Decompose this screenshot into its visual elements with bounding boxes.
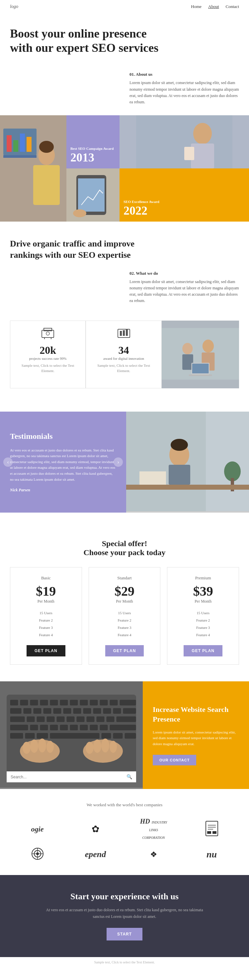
cta-section: Start your experience with us At vero eo… (0, 875, 249, 957)
search-right-content: Increase Website Search Presence Lorem i… (143, 681, 249, 789)
svg-point-24 (46, 332, 49, 335)
svg-rect-101 (101, 733, 111, 739)
our-contact-button[interactable]: OUR CONTACT (153, 755, 196, 765)
svg-rect-88 (30, 724, 38, 730)
hero-heading: Boost your online presence with our expe… (10, 27, 176, 55)
plan-basic-btn[interactable]: GET PLAN (27, 645, 65, 656)
what-we-do-label: 02. What we do (130, 271, 239, 276)
plan-basic-price: $19 (16, 583, 76, 599)
svg-rect-69 (63, 708, 71, 714)
plan-basic-period: Per Month (16, 599, 76, 604)
plan-standart-features: 15 UsersFeature 2Feature 3Feature 4 (94, 609, 155, 638)
svg-rect-76 (10, 716, 25, 722)
svg-rect-19 (42, 330, 54, 337)
svg-rect-28 (126, 329, 128, 336)
testimonial-prev-button[interactable]: ‹ (3, 457, 13, 467)
what-we-do-paragraph: Lorem ipsum dolor sit amet, consectetur … (130, 279, 239, 304)
svg-rect-48 (169, 465, 190, 485)
svg-rect-96 (109, 724, 136, 730)
grid-award2: SEO Excellence Award 2022 (119, 169, 249, 221)
svg-rect-94 (90, 724, 98, 730)
partners-label: We worked with the world's best companie… (10, 802, 239, 808)
svg-rect-37 (189, 375, 212, 376)
pricing-section: Special offer! Choose your pack today Ba… (0, 523, 249, 681)
svg-rect-71 (83, 708, 91, 714)
partner-logo-hd: HD INDUSTRYLINKSCORPORATION (140, 818, 167, 840)
search-bar-overlay: 🔍 (6, 772, 136, 782)
svg-rect-119 (213, 831, 216, 834)
partner-logo-epend: epend (85, 850, 106, 859)
svg-rect-72 (93, 708, 101, 714)
nav-links: Home About Contact (191, 4, 239, 9)
svg-point-49 (174, 454, 182, 459)
start-button[interactable]: START (106, 928, 143, 940)
svg-point-113 (109, 741, 117, 753)
svg-rect-66 (33, 708, 41, 714)
partner-logo-circle (31, 847, 44, 862)
svg-rect-61 (100, 700, 108, 706)
svg-rect-84 (96, 716, 105, 722)
logo: logo (10, 4, 18, 9)
svg-rect-65 (23, 708, 32, 714)
svg-rect-58 (70, 700, 78, 706)
plan-standart-period: Per Month (94, 599, 155, 604)
svg-rect-17 (78, 178, 105, 212)
stat-team-photo (162, 321, 239, 388)
svg-rect-87 (10, 724, 28, 730)
svg-rect-44 (140, 471, 166, 485)
pricing-heading: Special offer! Choose your pack today (10, 539, 239, 557)
svg-rect-13 (191, 143, 214, 169)
svg-rect-5 (20, 134, 25, 152)
svg-rect-91 (60, 724, 68, 730)
testimonial-author: Nick Parsen (10, 488, 116, 493)
svg-rect-53 (20, 700, 28, 706)
search-input[interactable] (11, 775, 127, 780)
svg-rect-57 (60, 700, 68, 706)
svg-rect-118 (207, 831, 211, 834)
traffic-heading: Drive organic traffic and improve rankin… (10, 238, 149, 261)
svg-point-12 (193, 123, 212, 144)
svg-point-18 (73, 209, 86, 217)
search-left-photo: 🔍 (0, 681, 143, 789)
svg-rect-2 (3, 155, 36, 158)
svg-rect-74 (113, 708, 121, 714)
svg-rect-27 (123, 330, 125, 336)
testimonial-next-button[interactable]: › (114, 457, 123, 467)
svg-point-10 (39, 141, 54, 153)
svg-rect-92 (70, 724, 78, 730)
nav-contact[interactable]: Contact (226, 4, 239, 9)
stat2-number: 34 (91, 344, 156, 356)
svg-rect-75 (123, 708, 136, 714)
svg-rect-80 (56, 716, 65, 722)
svg-rect-82 (76, 716, 85, 722)
plan-standart-btn[interactable]: GET PLAN (105, 645, 144, 656)
traffic-section: Drive organic traffic and improve rankin… (0, 221, 249, 402)
stats-row: 20k projects success rate 99% Sample tex… (10, 321, 239, 388)
cta-text: At vero eos et accusam et justo duo dolo… (41, 907, 208, 920)
svg-rect-68 (53, 708, 62, 714)
stat-box-1: 20k projects success rate 99% Sample tex… (10, 321, 86, 388)
svg-rect-86 (116, 716, 136, 722)
stat1-desc: projects success rate 99% (16, 356, 80, 360)
svg-point-106 (22, 742, 30, 754)
nav-about[interactable]: About (208, 4, 219, 9)
plan-premium-btn[interactable]: GET PLAN (184, 645, 222, 656)
stat1-number: 20k (16, 344, 80, 356)
stat1-text: Sample text, Click to select the Text El… (16, 363, 80, 373)
award2-label: SEO Excellence Award (124, 200, 245, 204)
svg-rect-62 (109, 700, 118, 706)
nav-home[interactable]: Home (191, 4, 201, 9)
svg-rect-103 (125, 733, 136, 739)
plan-basic-name: Basic (16, 575, 76, 581)
svg-rect-93 (80, 724, 88, 730)
svg-rect-73 (103, 708, 111, 714)
search-presence-section: 🔍 Increase Website Search Presence Lorem… (0, 681, 249, 789)
svg-rect-78 (36, 716, 45, 722)
partners-grid: ogie ✿ HD INDUSTRYLINKSCORPORATION epend (10, 818, 239, 862)
svg-rect-67 (43, 708, 51, 714)
plan-premium-period: Per Month (173, 599, 233, 604)
stat1-icon (16, 328, 80, 342)
partners-section: We worked with the world's best companie… (0, 789, 249, 875)
svg-rect-56 (50, 700, 58, 706)
pricing-cards: Basic $19 Per Month 15 UsersFeature 2Fea… (10, 567, 239, 665)
